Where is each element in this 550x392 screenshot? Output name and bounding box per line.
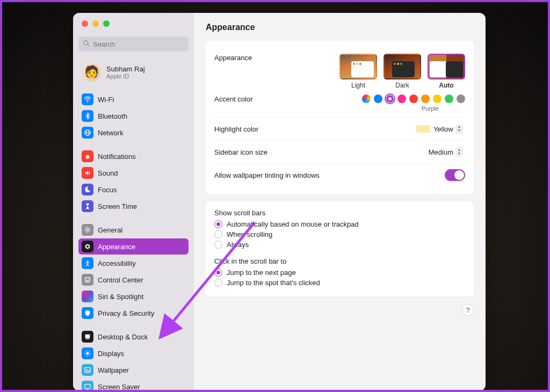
sidebar-item-screen-saver[interactable]: Screen Saver xyxy=(78,379,189,391)
accent-color-purple[interactable] xyxy=(386,95,394,103)
sidebar-item-label: Screen Time xyxy=(98,202,137,210)
svg-rect-21 xyxy=(85,384,91,389)
radio-icon xyxy=(214,241,222,249)
sidebar-item-sound[interactable]: Sound xyxy=(78,165,189,181)
sidebar-size-value: Medium xyxy=(429,148,453,156)
accent-color-multicolor[interactable] xyxy=(362,95,371,103)
sidebar-item-focus[interactable]: Focus xyxy=(78,182,189,198)
accent-color-red[interactable] xyxy=(409,95,418,103)
appearance-label: Appearance xyxy=(214,54,252,62)
sidebar-item-general[interactable]: General xyxy=(78,222,189,238)
svg-rect-14 xyxy=(86,280,89,281)
scrollbars-option-label: Automatically based on mouse or trackpad xyxy=(227,220,359,228)
priv-icon xyxy=(82,307,93,319)
accent-color-gray[interactable] xyxy=(457,95,465,103)
click-scroll-option-0[interactable]: Jump to the next page xyxy=(214,268,465,277)
sidebar-item-wallpaper[interactable]: Wallpaper xyxy=(78,362,189,378)
search-icon xyxy=(83,39,90,49)
sidebar-item-label: Network xyxy=(98,129,124,137)
highlight-value: Yellow xyxy=(433,125,453,133)
scrollbars-title: Show scroll bars xyxy=(214,209,465,217)
sidebar-item-label: Bluetooth xyxy=(98,112,127,120)
accent-label: Accent color xyxy=(214,95,253,103)
apple-id-row[interactable]: 🧑 Subham Raj Apple ID xyxy=(78,60,189,84)
svg-point-6 xyxy=(87,158,88,159)
sidebar-item-wi-fi[interactable]: Wi-Fi xyxy=(78,91,189,107)
sidebar-item-label: Appearance xyxy=(98,243,135,251)
highlight-swatch xyxy=(416,125,430,133)
close-button[interactable] xyxy=(82,20,88,27)
scrollbars-option-0[interactable]: Automatically based on mouse or trackpad xyxy=(214,220,465,228)
avatar: 🧑 xyxy=(82,62,101,82)
radio-icon xyxy=(214,220,222,228)
search-input[interactable] xyxy=(93,40,184,48)
radio-icon xyxy=(214,230,222,238)
dock-icon xyxy=(82,331,93,343)
sidebar-item-network[interactable]: Network xyxy=(78,125,189,141)
sidebar-item-control-center[interactable]: Control Center xyxy=(78,272,189,288)
sidebar-item-label: Wi-Fi xyxy=(98,96,114,104)
wifi-icon xyxy=(82,93,93,105)
svg-point-0 xyxy=(84,41,88,45)
sidebar-item-label: Notifications xyxy=(98,153,136,161)
tinting-label: Allow wallpaper tinting in windows xyxy=(214,171,320,179)
appearance-option-label: Auto xyxy=(428,82,465,89)
highlight-select[interactable]: Yellow ▲▼ xyxy=(412,123,465,135)
sidebar-item-notifications[interactable]: Notifications xyxy=(78,148,189,164)
sidebar-item-accessibility[interactable]: Accessibility xyxy=(78,255,189,271)
scrollbars-option-label: Always xyxy=(227,241,249,249)
accent-color-orange[interactable] xyxy=(421,95,430,103)
wall-icon xyxy=(82,364,93,376)
appearance-option-light[interactable]: Light xyxy=(339,54,377,89)
appearance-thumb-dark xyxy=(383,54,421,79)
maximize-button[interactable] xyxy=(103,20,110,27)
page-title: Appearance xyxy=(206,23,474,32)
highlight-label: Highlight color xyxy=(214,125,258,133)
click-scroll-title: Click in the scroll bar to xyxy=(214,257,465,265)
accent-color-blue[interactable] xyxy=(374,95,382,103)
radio-icon xyxy=(214,268,222,277)
cc-icon xyxy=(82,274,93,286)
accent-color-pink[interactable] xyxy=(397,95,406,103)
accent-color-green[interactable] xyxy=(445,95,453,103)
sidebar-item-label: Displays xyxy=(98,350,124,358)
user-name: Subham Raj xyxy=(106,65,145,73)
chevron-updown-icon: ▲▼ xyxy=(455,124,463,134)
svg-rect-16 xyxy=(85,335,90,338)
svg-point-18 xyxy=(86,352,89,354)
svg-point-10 xyxy=(87,260,89,262)
accent-color-yellow[interactable] xyxy=(433,95,442,103)
sidebar-item-appearance[interactable]: Appearance xyxy=(78,238,189,255)
scrollbars-option-1[interactable]: When scrolling xyxy=(214,230,465,238)
sidebar-item-bluetooth[interactable]: Bluetooth xyxy=(78,108,189,124)
scrollbars-option-2[interactable]: Always xyxy=(214,241,465,249)
svg-point-7 xyxy=(86,229,89,231)
sidebar-item-siri-spotlight[interactable]: Siri & Spotlight xyxy=(78,288,189,304)
svg-line-1 xyxy=(88,45,89,46)
svg-point-9 xyxy=(86,245,89,248)
appearance-option-label: Dark xyxy=(383,82,421,89)
tinting-toggle[interactable] xyxy=(445,169,465,181)
appearance-option-label: Light xyxy=(339,82,377,89)
sidebar-item-displays[interactable]: Displays xyxy=(78,345,189,361)
sidebar-item-screen-time[interactable]: Screen Time xyxy=(78,198,189,214)
click-scroll-option-1[interactable]: Jump to the spot that's clicked xyxy=(214,279,465,287)
sidebar-item-label: Control Center xyxy=(98,276,143,284)
svg-rect-17 xyxy=(86,339,90,339)
settings-window: 🧑 Subham Raj Apple ID Wi-FiBluetoothNetw… xyxy=(73,13,486,391)
sidebar-item-privacy-security[interactable]: Privacy & Security xyxy=(78,305,189,321)
svg-point-2 xyxy=(87,101,88,103)
appearance-option-dark[interactable]: Dark xyxy=(383,54,421,89)
sidebar-item-desktop-dock[interactable]: Desktop & Dock xyxy=(78,329,189,345)
sidebar-item-label: Wallpaper xyxy=(98,366,129,374)
appearance-option-auto[interactable]: Auto xyxy=(428,54,465,89)
radio-icon xyxy=(214,279,222,287)
minimize-button[interactable] xyxy=(92,20,99,27)
gear-icon xyxy=(82,224,93,236)
help-button[interactable]: ? xyxy=(462,304,474,316)
click-scroll-option-label: Jump to the next page xyxy=(227,268,296,277)
sidebar-size-select[interactable]: Medium ▲▼ xyxy=(424,146,465,158)
chevron-updown-icon: ▲▼ xyxy=(455,147,463,157)
search-field[interactable] xyxy=(78,37,189,52)
sidebar-item-label: Sound xyxy=(98,169,118,177)
